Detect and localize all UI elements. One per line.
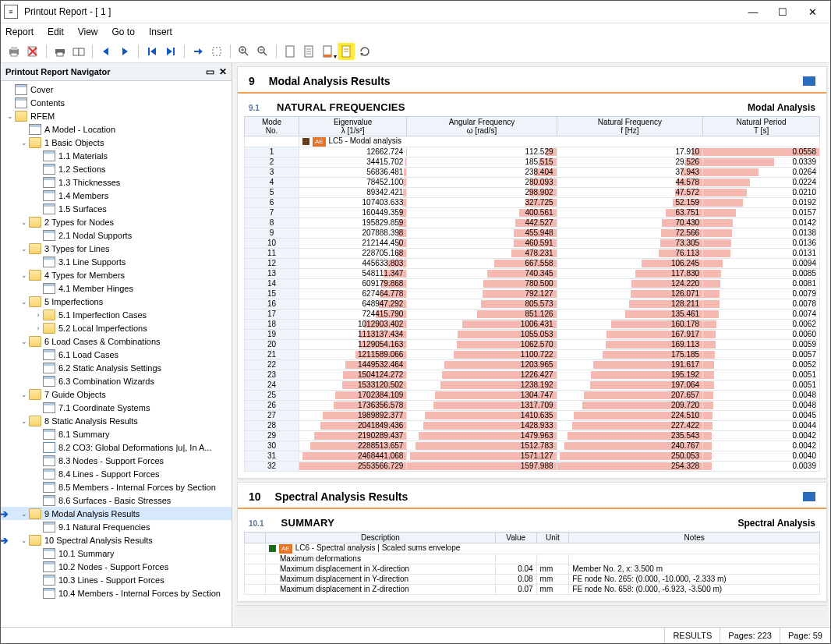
menu-edit[interactable]: Edit (48, 27, 64, 37)
printer-icon[interactable] (51, 43, 69, 60)
tree-item[interactable]: ➔⌄10 Spectral Analysis Results (1, 533, 232, 547)
expand-icon[interactable]: ⌄ (19, 417, 29, 425)
nav-first-icon[interactable] (143, 43, 161, 60)
tree-item[interactable]: ⌄6 Load Cases & Combinations (1, 334, 232, 348)
nav-next-icon[interactable] (116, 43, 133, 60)
tree-item[interactable]: 10.4 Members - Internal Forces by Sectio… (1, 586, 232, 600)
bookmark-icon[interactable] (803, 492, 815, 501)
close-button[interactable]: ✕ (797, 2, 827, 22)
tree-item[interactable]: Contents (1, 96, 232, 109)
nav-last-icon[interactable] (162, 43, 179, 60)
tree-item[interactable]: 1.5 Surfaces (1, 202, 232, 215)
status-page: Page: 59 (780, 628, 830, 643)
tree-item[interactable]: 6.2 Static Analysis Settings (1, 361, 232, 374)
tree-item[interactable]: ⌄5 Imperfections (1, 295, 232, 308)
menu-report[interactable]: Report (5, 27, 34, 37)
expand-icon[interactable]: ⌄ (19, 245, 29, 253)
print-icon[interactable] (5, 43, 23, 60)
tree-item[interactable]: ➔⌄9 Modal Analysis Results (1, 507, 232, 520)
column-header: Angular Frequencyω [rad/s] (407, 117, 557, 136)
table-row: 221449532.4641203.965191.6170.0052 (245, 360, 820, 370)
nav-prev-icon[interactable] (97, 43, 115, 60)
tree-item[interactable]: 4.1 Member Hinges (1, 281, 232, 295)
refresh-icon[interactable] (356, 43, 373, 60)
zoom-out-icon[interactable] (254, 43, 271, 60)
tree-item[interactable]: ⌄3 Types for Lines (1, 242, 232, 255)
tree-item-label: A Model - Location (44, 125, 115, 134)
mode-no: 21 (245, 350, 299, 360)
select-icon[interactable] (208, 43, 225, 60)
menu-goto[interactable]: Go to (112, 27, 135, 37)
tree-item[interactable]: 3.1 Line Supports (1, 255, 232, 268)
tree-item[interactable]: 9.1 Natural Frequencies (1, 520, 232, 533)
tree-item[interactable]: 7.1 Coordinate Systems (1, 401, 232, 414)
panel-close-icon[interactable]: ✕ (219, 66, 227, 77)
mode-no: 14 (245, 279, 299, 289)
table-row: 12445633.803667.558106.2450.0094 (245, 259, 820, 269)
tree-item[interactable]: ⌄8 Static Analysis Results (1, 414, 232, 427)
tree-item[interactable]: 8.3 Nodes - Support Forces (1, 454, 232, 467)
tree-item-label: 1.4 Members (58, 191, 108, 200)
delete-print-icon[interactable] (24, 43, 41, 60)
panel-dock-icon[interactable]: ▭ (206, 66, 214, 77)
tree-item[interactable]: ›5.2 Local Imperfections (1, 321, 232, 334)
table-row: Maximum displacement in Z-direction0.07m… (245, 585, 820, 595)
tree-item[interactable]: 6.1 Load Cases (1, 348, 232, 361)
tree-item[interactable]: 8.5 Members - Internal Forces by Section (1, 480, 232, 494)
table-row: 112662.724112.52917.9100.0558 (245, 147, 820, 157)
tree-item[interactable]: 10.3 Lines - Support Forces (1, 573, 232, 586)
tree-item[interactable]: 1.1 Materials (1, 149, 232, 162)
tree-item[interactable]: 1.4 Members (1, 189, 232, 202)
mode-no: 29 (245, 431, 299, 441)
expand-icon[interactable]: ⌄ (19, 298, 29, 306)
goto-right-icon[interactable] (189, 43, 207, 60)
expand-icon[interactable]: ⌄ (19, 510, 29, 518)
tree-item[interactable]: 1.2 Sections (1, 162, 232, 175)
expand-icon[interactable]: ⌄ (19, 536, 29, 544)
tree-item[interactable]: 2.1 Nodal Supports (1, 228, 232, 242)
menu-view[interactable]: View (78, 27, 98, 37)
expand-icon[interactable]: › (34, 311, 43, 319)
report-viewport[interactable]: 9 Modal Analysis Results 9.1 NATURAL FRE… (232, 63, 830, 627)
subsection-right: Spectral Analysis (737, 518, 815, 529)
maximize-button[interactable]: ☐ (768, 2, 797, 22)
print-preview-icon[interactable] (70, 43, 87, 60)
folder-icon (29, 296, 41, 307)
tree-item[interactable]: ›5.1 Imperfection Cases (1, 308, 232, 321)
page-color-icon[interactable]: ▾ (319, 43, 336, 60)
tree-item[interactable]: 6.3 Combination Wizards (1, 374, 232, 387)
minimize-button[interactable]: — (738, 2, 768, 22)
expand-icon[interactable]: ⌄ (19, 271, 29, 279)
tree-item[interactable]: 1.3 Thicknesses (1, 175, 232, 189)
expand-icon[interactable]: ⌄ (19, 218, 29, 226)
tree-item[interactable]: ⌄2 Types for Nodes (1, 215, 232, 228)
tree-item-label: 8 Static Analysis Results (44, 416, 138, 426)
tree-item[interactable]: ⌄RFEM (1, 109, 232, 122)
bookmark-icon[interactable] (803, 76, 815, 86)
navigator-tree[interactable]: CoverContents⌄RFEMA Model - Location⌄1 B… (1, 81, 232, 627)
page-icon[interactable] (281, 43, 299, 60)
expand-icon[interactable]: › (34, 324, 43, 332)
tree-item[interactable]: A Model - Location (1, 122, 232, 136)
tree-item[interactable]: 8.4 Lines - Support Forces (1, 467, 232, 480)
tree-item[interactable]: ⌄7 Guide Objects (1, 387, 232, 401)
tree-item[interactable]: Cover (1, 83, 232, 96)
tree-item[interactable]: ⌄1 Basic Objects (1, 136, 232, 149)
tree-item[interactable]: 8.2 CO3: Global Deformations |u|, In A..… (1, 441, 232, 454)
tree-item-label: 8.1 Summary (58, 430, 109, 439)
expand-icon[interactable]: ⌄ (19, 391, 29, 398)
expand-icon[interactable]: ⌄ (19, 139, 29, 147)
page-list-icon[interactable] (300, 43, 317, 60)
table-row: 15627464.778792.127126.0710.0079 (245, 289, 820, 299)
tree-item[interactable]: 10.2 Nodes - Support Forces (1, 560, 232, 573)
tree-item[interactable]: 8.1 Summary (1, 427, 232, 441)
page-highlight-icon[interactable] (338, 43, 355, 60)
menu-insert[interactable]: Insert (149, 27, 172, 37)
horizontal-scrollbar[interactable] (235, 605, 827, 618)
zoom-in-icon[interactable] (235, 43, 253, 60)
expand-icon[interactable]: ⌄ (5, 112, 15, 120)
tree-item[interactable]: 8.6 Surfaces - Basic Stresses (1, 494, 232, 507)
tree-item[interactable]: 10.1 Summary (1, 547, 232, 560)
expand-icon[interactable]: ⌄ (19, 338, 29, 345)
tree-item[interactable]: ⌄4 Types for Members (1, 268, 232, 281)
